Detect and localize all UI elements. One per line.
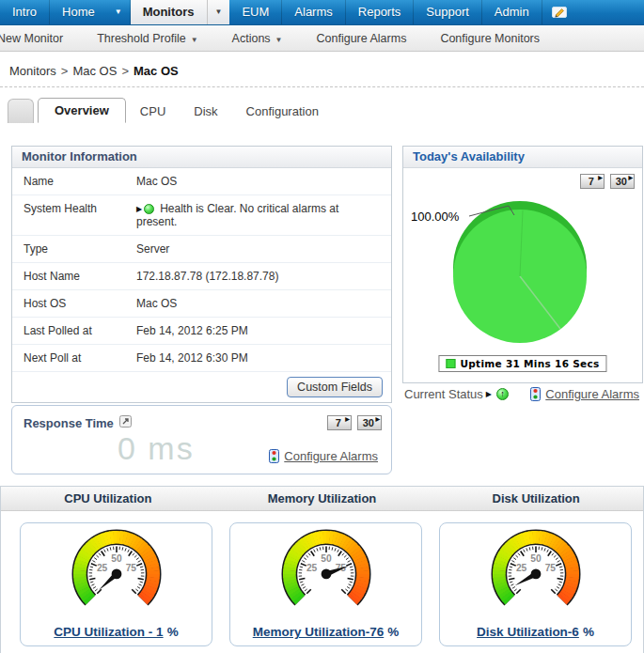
todays-availability-title: Today's Availability [403, 147, 642, 168]
health-status-orb-icon [144, 204, 154, 214]
row-label: Next Poll at [12, 345, 134, 371]
top-navigation: Intro Home ▼ Monitors ▼ EUM Alarms Repor… [0, 0, 644, 25]
cpu-utilization-label: CPU Utilization - 1% [21, 625, 212, 639]
svg-text:50: 50 [111, 553, 122, 564]
toolbar-configure-monitors[interactable]: Configure Monitors [423, 32, 557, 45]
disk-utilization-header: Disk Utilization [429, 487, 643, 510]
memory-utilization-link[interactable]: Memory Utilization-76 [253, 625, 385, 639]
home-dropdown-caret-icon[interactable]: ▼ [107, 0, 131, 24]
disk-gauge-chart: 255075 [480, 526, 591, 614]
nav-item-admin[interactable]: Admin [482, 0, 542, 24]
up-arrow-glyph: ↑ [497, 388, 508, 400]
disk-utilization-link[interactable]: Disk Utilization-6 [477, 625, 579, 639]
row-value: ▶Health is Clear. No critical alarms at … [134, 195, 391, 235]
svg-text:75: 75 [125, 563, 136, 573]
todays-availability-panel: Today's Availability 7▶ 30▶ 100.00% Upti… [402, 146, 643, 383]
breadcrumb-divider [0, 86, 644, 87]
response-time-title-row: Response Time [24, 415, 132, 430]
row-label: Host OS [12, 290, 134, 317]
disk-utilization-unit: % [583, 625, 594, 639]
legend-swatch-icon [446, 359, 455, 368]
breadcrumb-separator: > [56, 64, 73, 78]
current-status-label: Current Status [404, 387, 483, 401]
button-label: 7 [336, 417, 341, 428]
traffic-light-icon [530, 387, 541, 401]
disk-utilization-card: 255075 Disk Utilization-6% [439, 522, 632, 646]
popout-icon[interactable] [119, 415, 132, 430]
nav-item-monitors[interactable]: Monitors [131, 0, 207, 24]
monitor-information-title: Monitor Information [12, 147, 391, 168]
row-label: Last Polled at [12, 318, 134, 344]
availability-pie-wrap: 100.00% [403, 168, 642, 355]
svg-text:25: 25 [96, 563, 107, 573]
toolbar-threshold-profile-label: Threshold Profile [97, 32, 186, 45]
actions-caret-icon: ▼ [275, 36, 283, 44]
cpu-utilization-header: CPU Utilization [1, 487, 215, 510]
app-window: { "nav": { "items": [ {"label": "Intro"}… [0, 0, 644, 653]
toolbar-configure-alarms[interactable]: Configure Alarms [300, 32, 424, 45]
response-time-title: Response Time [24, 416, 114, 430]
breadcrumb: Monitors>Mac OS>Mac OS [9, 64, 179, 78]
button-label: 30 [363, 417, 374, 428]
nav-item-home[interactable]: Home [50, 0, 107, 24]
nav-item-reports[interactable]: Reports [346, 0, 415, 24]
utilization-header-bar: CPU Utilization Memory Utilization Disk … [1, 487, 643, 511]
utilization-section: CPU Utilization Memory Utilization Disk … [0, 486, 644, 653]
configure-alarms-label: Configure Alarms [545, 387, 639, 401]
row-label: System Health [12, 195, 134, 235]
legend-label: Uptime 31 Mins 16 Secs [460, 358, 599, 369]
svg-text:25: 25 [306, 563, 317, 573]
pie-legend: Uptime 31 Mins 16 Secs [438, 355, 606, 372]
breadcrumb-current: Mac OS [134, 64, 179, 78]
toolbar-threshold-profile[interactable]: Threshold Profile▼ [80, 32, 214, 45]
health-status-text: Health is Clear. No critical alarms at p… [136, 202, 338, 228]
health-caret-icon: ▶ [136, 205, 142, 213]
tab-disk[interactable]: Disk [180, 100, 231, 123]
tab-overview[interactable]: Overview [38, 98, 126, 123]
row-value: Feb 14, 2012 6:30 PM [134, 345, 391, 371]
cpu-gauge-chart: 255075 [61, 526, 172, 614]
memory-utilization-unit: % [387, 625, 399, 639]
memory-utilization-header: Memory Utilization [215, 487, 430, 510]
current-status: Current Status ▶ ↑ [404, 387, 509, 401]
pencil-pad-icon [552, 6, 568, 19]
nav-item-alarms[interactable]: Alarms [282, 0, 345, 24]
disk-utilization-label: Disk Utilization-6% [440, 625, 631, 639]
response-time-panel: Response Time 7▶ 30▶ 0 ms Configure Alar… [11, 405, 392, 474]
breadcrumb-group[interactable]: Mac OS [72, 64, 117, 78]
monitors-dropdown-caret-icon[interactable]: ▼ [207, 0, 230, 24]
custom-fields-button[interactable]: Custom Fields [287, 377, 383, 397]
nav-item-monitors-active: Monitors ▼ [131, 0, 230, 24]
edit-note-button[interactable] [542, 0, 577, 24]
memory-utilization-label: Memory Utilization-76% [230, 625, 421, 639]
toolbar-new-monitor[interactable]: New Monitor [0, 32, 80, 45]
nav-item-intro[interactable]: Intro [0, 0, 50, 24]
monitor-info-footer: Custom Fields [12, 372, 391, 402]
breadcrumb-monitors[interactable]: Monitors [9, 64, 56, 78]
table-row: System Health ▶Health is Clear. No criti… [12, 195, 391, 236]
table-row: Name Mac OS [12, 168, 391, 195]
cpu-utilization-unit: % [167, 625, 179, 639]
table-row: Last Polled at Feb 14, 2012 6:25 PM [12, 318, 391, 345]
memory-utilization-card: 255075 Memory Utilization-76% [229, 522, 422, 646]
tab-cpu[interactable]: CPU [126, 100, 180, 123]
tab-corner-stub [8, 99, 34, 123]
svg-text:50: 50 [530, 553, 542, 564]
monitor-tabs: Overview CPU Disk Configuration [0, 97, 644, 123]
response-30day-button[interactable]: 30▶ [357, 415, 382, 430]
nav-item-eum[interactable]: EUM [229, 0, 282, 24]
cpu-utilization-link[interactable]: CPU Utilization - 1 [54, 625, 163, 639]
svg-text:25: 25 [515, 563, 526, 573]
tab-configuration[interactable]: Configuration [232, 100, 333, 123]
monitor-actions-toolbar: New Monitor Threshold Profile▼ Actions▼ … [0, 26, 644, 52]
breadcrumb-separator: > [117, 64, 134, 78]
availability-configure-alarms-link[interactable]: Configure Alarms [530, 387, 639, 401]
nav-item-support[interactable]: Support [414, 0, 482, 24]
response-configure-alarms-link[interactable]: Configure Alarms [269, 449, 378, 463]
response-time-range-buttons: 7▶ 30▶ [327, 415, 382, 430]
response-7day-button[interactable]: 7▶ [327, 415, 352, 430]
toolbar-actions[interactable]: Actions▼ [215, 32, 300, 45]
table-row: Host Name 172.18.87.78 (172.18.87.78) [12, 263, 391, 290]
pie-callout-label: 100.00% [411, 210, 460, 224]
svg-text:50: 50 [321, 553, 332, 564]
